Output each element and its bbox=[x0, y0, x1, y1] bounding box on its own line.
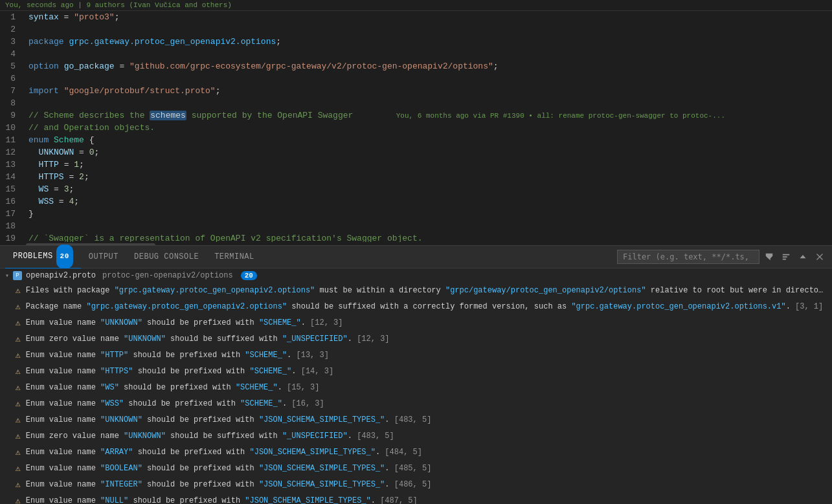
problem-item-6[interactable]: ⚠ Enum value name "HTTPS" should be pref… bbox=[0, 364, 832, 380]
problem-text: Enum value name "HTTP" should be prefixe… bbox=[26, 349, 827, 361]
warning-icon: ⚠ bbox=[16, 382, 21, 394]
warning-icon: ⚠ bbox=[16, 447, 21, 459]
code-line-4 bbox=[28, 48, 832, 60]
problem-text: Enum value name "UNKNOWN" should be pref… bbox=[26, 317, 827, 329]
code-line-10: // and Operation objects. bbox=[28, 122, 832, 134]
tab-problems[interactable]: PROBLEMS 20 bbox=[5, 246, 81, 268]
warning-icon: ⚠ bbox=[16, 318, 21, 329]
warning-icon: ⚠ bbox=[16, 431, 21, 443]
code-line-13: HTTP = 1; bbox=[28, 159, 832, 171]
problem-item-14[interactable]: ⚠ Enum value name "NULL" should be prefi… bbox=[0, 493, 832, 504]
code-line-12: UNKNOWN = 0; bbox=[28, 146, 832, 159]
problem-item-10[interactable]: ⚠ Enum zero value name "UNKNOWN" should … bbox=[0, 428, 832, 444]
problem-text: Enum value name "HTTPS" should be prefix… bbox=[26, 366, 827, 377]
code-line-11: enum Scheme { bbox=[28, 134, 832, 146]
problem-item-1[interactable]: ⚠ Files with package "grpc.gateway.proto… bbox=[0, 283, 832, 299]
problem-item-9[interactable]: ⚠ Enum value name "UNKNOWN" should be pr… bbox=[0, 412, 832, 428]
warning-icon: ⚠ bbox=[16, 350, 21, 362]
filter-icon-btn[interactable] bbox=[762, 250, 776, 264]
problem-item-4[interactable]: ⚠ Enum zero value name "UNKNOWN" should … bbox=[0, 331, 832, 347]
problems-badge: 20 bbox=[56, 245, 73, 268]
problem-text: Enum value name "UNKNOWN" should be pref… bbox=[26, 414, 827, 426]
code-line-17: } bbox=[28, 208, 832, 220]
code-line-3: package grpc.gateway.protoc_gen_openapiv… bbox=[28, 36, 832, 48]
collapse-icon: ▾ bbox=[5, 272, 9, 279]
problems-file-header[interactable]: ▾ P openapiv2.proto protoc-gen-openapiv2… bbox=[0, 268, 832, 283]
bottom-panel: PROBLEMS 20 OUTPUT DEBUG CONSOLE TERMINA… bbox=[0, 245, 832, 504]
problem-text: Package name "grpc.gateway.protoc_gen_op… bbox=[26, 301, 827, 312]
git-blame-bar: You, seconds ago | 9 authors (Ivan Vučic… bbox=[0, 0, 832, 11]
panel-controls bbox=[617, 250, 827, 264]
problem-text: Enum value name "ARRAY" should be prefix… bbox=[26, 446, 827, 458]
tab-output[interactable]: OUTPUT bbox=[81, 246, 126, 268]
collapse-all-btn[interactable] bbox=[779, 250, 793, 264]
problem-text: Enum zero value name "UNKNOWN" should be… bbox=[26, 430, 827, 442]
code-lines[interactable]: syntax = "proto3"; package grpc.gateway.… bbox=[26, 11, 832, 242]
code-line-19: // `Swagger` is a representation of Open… bbox=[28, 232, 832, 242]
tab-terminal[interactable]: TERMINAL bbox=[207, 246, 262, 268]
code-line-7: import "google/protobuf/struct.proto"; bbox=[28, 85, 832, 97]
problem-item-7[interactable]: ⚠ Enum value name "WS" should be prefixe… bbox=[0, 380, 832, 396]
code-line-9: // Scheme describes the schemes supporte… bbox=[28, 109, 832, 122]
problem-item-11[interactable]: ⚠ Enum value name "ARRAY" should be pref… bbox=[0, 444, 832, 461]
warning-icon: ⚠ bbox=[16, 366, 21, 378]
problem-item-13[interactable]: ⚠ Enum value name "INTEGER" should be pr… bbox=[0, 477, 832, 493]
problem-text: Enum value name "NULL" should be prefixe… bbox=[26, 495, 827, 504]
code-line-18 bbox=[28, 220, 832, 232]
chevron-up-btn[interactable] bbox=[796, 250, 810, 264]
problem-text: Enum value name "WS" should be prefixed … bbox=[26, 382, 827, 393]
problem-item-5[interactable]: ⚠ Enum value name "HTTP" should be prefi… bbox=[0, 347, 832, 364]
problem-item-3[interactable]: ⚠ Enum value name "UNKNOWN" should be pr… bbox=[0, 315, 832, 331]
line-numbers: 12345 678910 1112131415 1617181920 bbox=[0, 11, 26, 242]
warning-icon: ⚠ bbox=[16, 415, 21, 426]
warning-icon: ⚠ bbox=[16, 463, 21, 475]
code-line-6 bbox=[28, 72, 832, 85]
panel-tabs: PROBLEMS 20 OUTPUT DEBUG CONSOLE TERMINA… bbox=[0, 246, 832, 268]
problem-text: Enum value name "BOOLEAN" should be pref… bbox=[26, 463, 827, 474]
file-icon: P bbox=[13, 271, 22, 280]
warning-icon: ⚠ bbox=[16, 479, 21, 491]
code-line-2 bbox=[28, 23, 832, 36]
code-line-5: option go_package = "github.com/grpc-eco… bbox=[28, 60, 832, 72]
code-line-16: WSS = 4; bbox=[28, 195, 832, 208]
close-panel-btn[interactable] bbox=[813, 250, 827, 264]
code-line-8 bbox=[28, 97, 832, 109]
problem-text: Enum zero value name "UNKNOWN" should be… bbox=[26, 333, 827, 345]
tab-debug-console[interactable]: DEBUG CONSOLE bbox=[126, 246, 207, 268]
code-line-15: WS = 3; bbox=[28, 183, 832, 195]
problem-item-2[interactable]: ⚠ Package name "grpc.gateway.protoc_gen_… bbox=[0, 299, 832, 315]
file-badge: 20 bbox=[241, 271, 257, 280]
code-line-14: HTTPS = 2; bbox=[28, 171, 832, 183]
code-container: 12345 678910 1112131415 1617181920 synta… bbox=[0, 11, 832, 242]
problem-item-12[interactable]: ⚠ Enum value name "BOOLEAN" should be pr… bbox=[0, 461, 832, 477]
file-name: openapiv2.proto bbox=[26, 271, 96, 280]
filter-input[interactable] bbox=[617, 250, 759, 264]
warning-icon: ⚠ bbox=[16, 285, 21, 297]
problem-item-8[interactable]: ⚠ Enum value name "WSS" should be prefix… bbox=[0, 396, 832, 412]
file-path: protoc-gen-openapiv2/options bbox=[102, 271, 233, 280]
problems-content[interactable]: ▾ P openapiv2.proto protoc-gen-openapiv2… bbox=[0, 268, 832, 504]
warning-icon: ⚠ bbox=[16, 399, 21, 410]
warning-icon: ⚠ bbox=[16, 496, 21, 504]
editor-area: You, seconds ago | 9 authors (Ivan Vučic… bbox=[0, 0, 832, 245]
problem-text: Enum value name "INTEGER" should be pref… bbox=[26, 479, 827, 490]
code-line-1: syntax = "proto3"; bbox=[28, 11, 832, 23]
problem-text: Files with package "grpc.gateway.protoc_… bbox=[26, 285, 827, 296]
warning-icon: ⚠ bbox=[16, 301, 21, 313]
warning-icon: ⚠ bbox=[16, 334, 21, 345]
problem-text: Enum value name "WSS" should be prefixed… bbox=[26, 398, 827, 410]
